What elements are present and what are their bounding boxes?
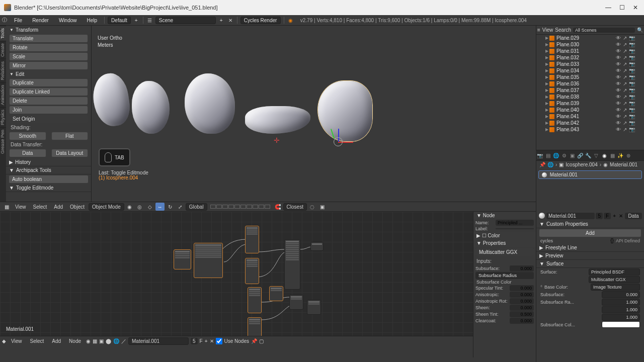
selectable-icon[interactable]: ↗: [623, 107, 627, 113]
menu-window[interactable]: Window: [54, 18, 82, 23]
fake-user-button[interactable]: F: [604, 213, 611, 219]
selectable-icon[interactable]: ↗: [623, 42, 627, 47]
selectable-icon[interactable]: ↗: [623, 35, 627, 41]
selectable-icon[interactable]: ↗: [623, 114, 627, 119]
node-image-3[interactable]: [248, 287, 262, 313]
tab-render-icon[interactable]: 📷: [536, 152, 543, 159]
pivot-icon[interactable]: ◎: [135, 203, 144, 211]
delete-button[interactable]: Delete: [9, 97, 88, 105]
editor-type-icon[interactable]: ≡: [537, 27, 540, 33]
distribution-dropdown-2[interactable]: Multiscatter GGX: [475, 248, 534, 256]
flat-button[interactable]: Flat: [51, 132, 89, 140]
selectable-icon[interactable]: ↗: [623, 48, 627, 54]
node-menu-select[interactable]: Select: [27, 338, 47, 344]
editor-type-icon[interactable]: ▦: [2, 203, 11, 211]
visible-icon[interactable]: 👁: [616, 61, 621, 67]
manipulator-toggle-icon[interactable]: ◇: [145, 203, 154, 211]
outliner-item[interactable]: ▶Plane.038👁↗📷: [536, 94, 644, 100]
breadcrumb-object[interactable]: Icosphere.004: [566, 162, 597, 167]
node-mapping[interactable]: [194, 243, 223, 278]
vp-menu-view[interactable]: View: [12, 204, 29, 210]
freestyle-header[interactable]: ▶Freestyle Line: [536, 244, 644, 252]
render-icon[interactable]: 📷: [629, 87, 635, 93]
node-name-field[interactable]: Principled ...: [496, 220, 534, 226]
maximize-button[interactable]: ☐: [619, 4, 625, 11]
transform-gizmo[interactable]: [323, 124, 348, 149]
snap-target-dropdown[interactable]: Closest: [283, 203, 307, 211]
subsurface-radius-3[interactable]: 1.000: [602, 314, 640, 321]
scene-delete-icon[interactable]: ✕: [226, 16, 234, 24]
tab-data-icon[interactable]: ▽: [593, 152, 600, 159]
vtab-animation[interactable]: Animation: [0, 82, 6, 107]
translate-button[interactable]: Translate: [9, 34, 88, 43]
vp-menu-object[interactable]: Object: [67, 204, 88, 210]
pin-icon[interactable]: 📌: [539, 162, 545, 167]
menu-render[interactable]: Render: [27, 18, 54, 23]
render-icon[interactable]: 📷: [629, 42, 635, 47]
outliner-item[interactable]: ▶Plane.042👁↗📷: [536, 120, 644, 126]
node-editor[interactable]: Material.001 ◆ View Select Add Node ◉ ▦ …: [0, 212, 536, 346]
rotate-manipulator-icon[interactable]: ↻: [166, 203, 175, 211]
node-properties-header[interactable]: ▼ Properties: [473, 239, 536, 247]
layer-buttons[interactable]: [210, 205, 270, 209]
np-subsurface-radius-header[interactable]: Subsurface Radius: [475, 272, 534, 279]
outliner-item[interactable]: ▶Plane.035👁↗📷: [536, 74, 644, 80]
np-sheen-tint-field[interactable]: 0.500: [510, 311, 534, 317]
render-icon[interactable]: 📷: [629, 81, 635, 86]
line-type-icon[interactable]: ／: [121, 338, 126, 345]
outliner-item[interactable]: ▶Plane.043👁↗📷: [536, 126, 644, 133]
editor-type-icon[interactable]: ◆: [2, 338, 6, 344]
vtab-grease[interactable]: Grease Pen: [0, 127, 6, 156]
visible-icon[interactable]: 👁: [616, 120, 621, 126]
world-type-icon[interactable]: 🌐: [113, 338, 119, 344]
orientation-dropdown[interactable]: Global: [186, 203, 207, 211]
rotate-button[interactable]: Rotate: [9, 43, 88, 52]
visible-icon[interactable]: 👁: [616, 94, 621, 100]
outliner-item[interactable]: ▶Plane.037👁↗📷: [536, 87, 644, 94]
add-icon[interactable]: +: [205, 338, 208, 344]
mode-dropdown[interactable]: Object Mode: [89, 203, 124, 211]
use-nodes-checkbox[interactable]: [216, 338, 222, 344]
node-material-dropdown[interactable]: Material.001: [128, 337, 189, 345]
custom-properties-header[interactable]: ▼Custom Properties: [536, 220, 644, 228]
outliner-item[interactable]: ▶Plane.036👁↗📷: [536, 80, 644, 87]
fake-user-icon[interactable]: F: [200, 338, 203, 344]
vtab-relations[interactable]: Relations: [0, 59, 6, 82]
outliner-item[interactable]: ▶Plane.040👁↗📷: [536, 107, 644, 113]
tab-material-icon[interactable]: ◉: [601, 152, 608, 159]
viewport-3d[interactable]: User Ortho Meters ✛ TAB Last: Toggle Edi…: [92, 26, 564, 202]
selectable-icon[interactable]: ↗: [623, 127, 627, 132]
node-bump[interactable]: [289, 295, 303, 310]
visible-icon[interactable]: 👁: [616, 74, 621, 80]
visible-icon[interactable]: 👁: [616, 107, 621, 113]
tab-texture-icon[interactable]: ▦: [609, 152, 616, 159]
visible-icon[interactable]: 👁: [616, 35, 621, 41]
vtab-create[interactable]: Create: [0, 41, 6, 59]
render-icon[interactable]: 📷: [629, 120, 635, 126]
outliner-item[interactable]: ▶Plane.030👁↗📷: [536, 41, 644, 48]
node-panel-header[interactable]: ▼ Node: [473, 212, 536, 219]
mirror-button[interactable]: Mirror: [9, 61, 88, 70]
visible-icon[interactable]: 👁: [616, 127, 621, 132]
selectable-icon[interactable]: ↗: [623, 68, 627, 73]
filter-icon[interactable]: 🔍: [637, 27, 643, 33]
outliner-item[interactable]: ▶Plane.039👁↗📷: [536, 100, 644, 107]
close-button[interactable]: ✕: [633, 4, 638, 11]
selectable-icon[interactable]: ↗: [623, 55, 627, 60]
render-icon[interactable]: 📷: [629, 35, 635, 41]
duplicate-button[interactable]: Duplicate: [9, 78, 88, 87]
unlink-material-icon[interactable]: ✕: [618, 213, 624, 219]
distribution-dropdown[interactable]: Multiscatter GGX: [589, 276, 640, 283]
auto-boolean-button[interactable]: Auto boolean: [9, 175, 89, 184]
selectable-icon[interactable]: ↗: [623, 101, 627, 106]
node-texcoord[interactable]: [174, 249, 191, 269]
surface-header[interactable]: ▼Surface: [536, 260, 644, 268]
layout-dropdown[interactable]: Default: [108, 17, 131, 24]
outliner-item[interactable]: ▶Plane.032👁↗📷: [536, 54, 644, 61]
selectable-icon[interactable]: ↗: [623, 87, 627, 93]
material-users[interactable]: 5: [596, 213, 603, 219]
material-slot[interactable]: Material.001: [538, 170, 642, 179]
render-icon[interactable]: 📷: [629, 101, 635, 106]
outliner-item[interactable]: ▶Plane.031👁↗📷: [536, 48, 644, 54]
selectable-icon[interactable]: ↗: [623, 81, 627, 86]
